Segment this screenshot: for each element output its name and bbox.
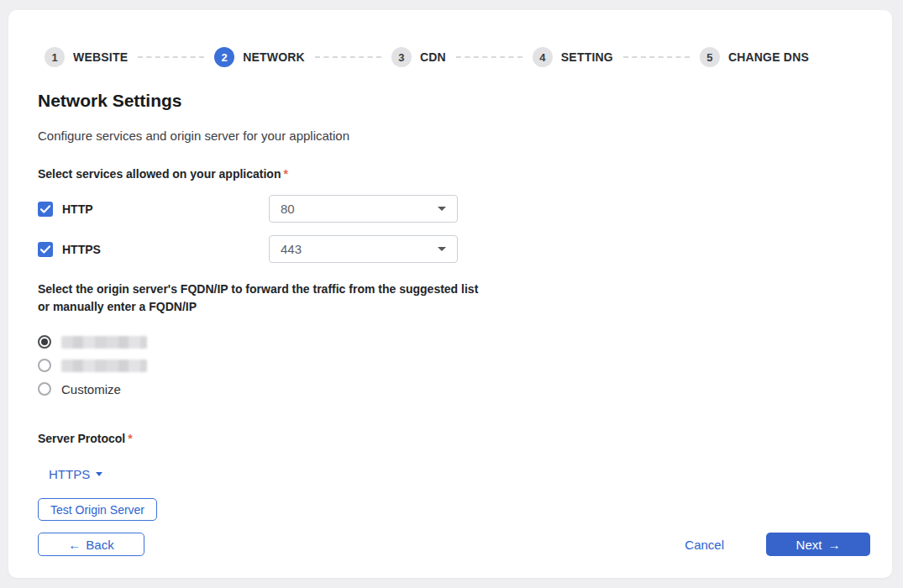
chevron-down-icon bbox=[96, 472, 102, 476]
redacted-origin-label bbox=[61, 336, 147, 349]
step-number-badge: 3 bbox=[391, 47, 412, 67]
services-section-label: Select services allowed on your applicat… bbox=[38, 165, 863, 183]
service-row-https: HTTPS 443 bbox=[38, 235, 863, 263]
page-subtitle: Configure services and origin server for… bbox=[38, 129, 863, 143]
step-connector bbox=[456, 56, 522, 58]
step-connector bbox=[623, 56, 690, 58]
origin-option-2[interactable] bbox=[38, 354, 863, 377]
cancel-link[interactable]: Cancel bbox=[685, 538, 724, 552]
test-origin-server-button[interactable]: Test Origin Server bbox=[38, 498, 157, 521]
required-asterisk: * bbox=[128, 432, 132, 445]
https-label: HTTPS bbox=[62, 243, 101, 256]
chevron-down-icon bbox=[438, 247, 446, 251]
wizard-card: 1 WEBSITE 2 NETWORK 3 CDN 4 SETTING 5 CH… bbox=[8, 10, 892, 578]
arrow-right-icon: → bbox=[827, 538, 840, 552]
http-label: HTTP bbox=[62, 202, 93, 216]
protocol-dropdown[interactable]: HTTPS bbox=[49, 467, 102, 481]
arrow-left-icon: ← bbox=[68, 538, 81, 552]
step-network[interactable]: 2 NETWORK bbox=[214, 47, 305, 67]
customize-label: Customize bbox=[61, 382, 121, 396]
step-connector bbox=[315, 56, 381, 58]
step-number-badge: 5 bbox=[700, 47, 720, 67]
back-button[interactable]: ← Back bbox=[38, 533, 144, 556]
step-label: NETWORK bbox=[243, 50, 305, 64]
origin-option-1[interactable] bbox=[38, 330, 863, 354]
check-icon bbox=[40, 245, 50, 254]
wizard-stepper: 1 WEBSITE 2 NETWORK 3 CDN 4 SETTING 5 CH… bbox=[45, 47, 809, 67]
check-icon bbox=[40, 205, 50, 213]
required-asterisk: * bbox=[283, 167, 287, 181]
footer-right-actions: Cancel Next → bbox=[685, 533, 870, 556]
origin-radio-group: Customize bbox=[38, 330, 863, 401]
radio-selected-icon[interactable] bbox=[38, 335, 51, 349]
origin-section-label: Select the origin server's FQDN/IP to fo… bbox=[38, 281, 483, 316]
http-checkbox-group[interactable]: HTTP bbox=[38, 202, 269, 217]
step-number-badge: 4 bbox=[533, 47, 553, 67]
https-port-value: 443 bbox=[281, 242, 438, 256]
step-label: CDN bbox=[420, 50, 446, 64]
protocol-section-label: Server Protocol* bbox=[38, 430, 863, 448]
protocol-value: HTTPS bbox=[49, 467, 90, 481]
radio-unselected-icon[interactable] bbox=[38, 382, 51, 396]
https-checkbox[interactable] bbox=[38, 242, 53, 257]
http-port-value: 80 bbox=[281, 202, 438, 216]
redacted-origin-label bbox=[61, 360, 147, 372]
https-checkbox-group[interactable]: HTTPS bbox=[38, 242, 269, 257]
step-website[interactable]: 1 WEBSITE bbox=[45, 47, 128, 67]
page-title: Network Settings bbox=[38, 91, 863, 111]
step-connector bbox=[138, 56, 204, 58]
step-number-badge: 2 bbox=[214, 47, 234, 67]
step-label: WEBSITE bbox=[73, 50, 128, 64]
step-change-dns[interactable]: 5 CHANGE DNS bbox=[700, 47, 809, 67]
http-checkbox[interactable] bbox=[38, 202, 53, 217]
wizard-footer: ← Back Cancel Next → bbox=[38, 533, 870, 556]
services-label-text: Select services allowed on your applicat… bbox=[38, 167, 281, 181]
service-row-http: HTTP 80 bbox=[38, 195, 863, 223]
step-setting[interactable]: 4 SETTING bbox=[533, 47, 613, 67]
back-button-label: Back bbox=[86, 538, 113, 552]
http-port-select[interactable]: 80 bbox=[269, 195, 458, 223]
step-label: CHANGE DNS bbox=[728, 50, 809, 64]
step-label: SETTING bbox=[561, 50, 613, 64]
next-button-label: Next bbox=[796, 538, 822, 552]
https-port-select[interactable]: 443 bbox=[269, 235, 458, 263]
origin-option-customize[interactable]: Customize bbox=[38, 377, 863, 401]
protocol-label-text: Server Protocol bbox=[38, 432, 125, 445]
step-number-badge: 1 bbox=[45, 47, 65, 67]
step-cdn[interactable]: 3 CDN bbox=[391, 47, 446, 67]
radio-unselected-icon[interactable] bbox=[38, 359, 51, 372]
next-button[interactable]: Next → bbox=[766, 533, 870, 556]
chevron-down-icon bbox=[438, 207, 446, 211]
